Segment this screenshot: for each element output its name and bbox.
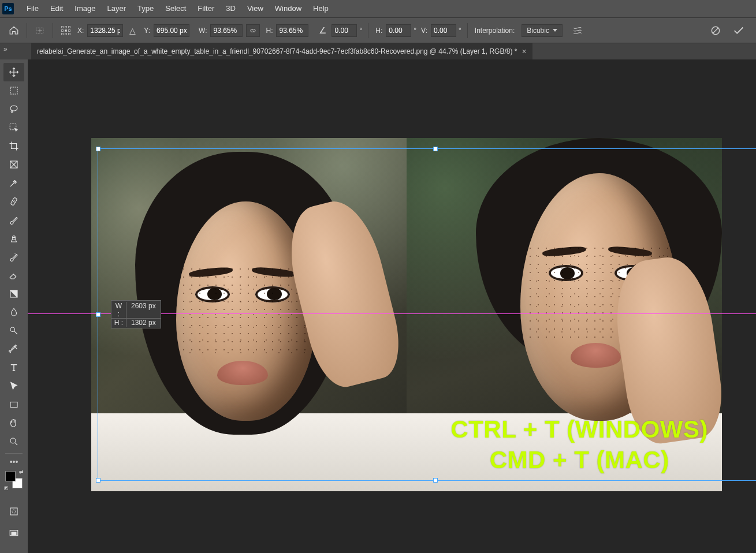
readout-w-value: 2603 px [126,302,161,318]
options-bar: X: △ Y: W: H: ∠ ° H: ° V: ° Interpolatio… [0,17,756,43]
transform-handle-mid-left[interactable] [96,312,100,317]
separator [27,23,27,38]
marquee-tool[interactable] [3,81,24,100]
document-tab-bar: relabelai_Generate_an_image_of_a_white_e… [0,43,756,59]
brush-tool[interactable] [3,211,24,229]
dodge-tool[interactable] [3,322,24,340]
eraser-tool[interactable] [3,266,24,285]
expand-panels-icon[interactable]: » [3,45,8,53]
y-label: Y: [144,27,150,35]
document-tab-title: relabelai_Generate_an_image_of_a_white_e… [37,47,517,55]
width-input[interactable] [210,24,243,37]
quick-mask-icon[interactable] [3,502,24,521]
quick-selection-tool[interactable] [3,118,24,137]
skew-v-label: V: [421,27,427,35]
menu-edit[interactable]: Edit [44,0,69,17]
commit-transform-icon[interactable] [731,23,747,39]
menu-select[interactable]: Select [159,0,192,17]
link-icon[interactable] [246,24,260,37]
frame-tool[interactable] [3,155,24,174]
type-tool[interactable] [3,358,24,377]
svg-rect-3 [10,87,17,94]
menu-3d[interactable]: 3D [220,0,241,17]
home-icon[interactable] [6,23,22,39]
clone-stamp-tool[interactable] [3,229,24,248]
menu-view[interactable]: View [241,0,269,17]
transform-handle-top-mid[interactable] [433,147,438,151]
cancel-transform-icon[interactable] [707,23,724,39]
menu-help[interactable]: Help [307,0,334,17]
readout-h-label: H : [111,319,126,327]
svg-point-15 [12,510,16,513]
blur-tool[interactable] [3,303,24,322]
svg-rect-12 [10,402,17,408]
interpolation-label: Interpolation: [475,27,515,35]
swap-colors-icon[interactable]: ⇄ [19,469,24,474]
svg-point-4 [10,106,17,111]
canvas-area[interactable]: CTRL + T (WINDOWS) CMD + T (MAC) W :2603… [28,59,756,553]
skew-v-input[interactable] [431,24,456,37]
readout-w-label: W : [111,302,126,318]
zoom-tool[interactable] [3,432,24,451]
edit-toolbar-icon[interactable]: ••• [3,456,24,468]
separator [467,23,468,38]
eyedropper-tool[interactable] [3,174,24,192]
history-brush-tool[interactable] [3,248,24,266]
separator [368,23,368,38]
w-label: W: [199,27,207,35]
svg-point-13 [10,438,16,443]
menu-file[interactable]: File [21,0,44,17]
healing-brush-tool[interactable] [3,192,24,211]
skew-h-input[interactable] [386,24,411,37]
move-tool[interactable] [3,63,24,81]
hand-tool[interactable] [3,414,24,432]
screen-mode-icon[interactable] [3,524,24,543]
skew-h-label: H: [375,27,382,35]
rotate-input[interactable] [332,24,357,37]
warp-icon[interactable] [569,23,586,39]
menubar: Ps File Edit Image Layer Type Select Fil… [0,0,756,17]
close-icon[interactable]: × [522,47,526,56]
menu-window[interactable]: Window [269,0,307,17]
tool-panel: ••• ⇄ ◩ [0,59,28,553]
separator [53,23,53,38]
svg-rect-17 [12,532,17,536]
app-icon: Ps [2,3,14,14]
transform-handle-bottom-mid[interactable] [433,478,438,483]
transform-readout: W :2603 px H :1302 px [111,300,161,328]
foreground-color-swatch[interactable] [5,471,16,481]
pen-tool[interactable] [3,340,24,358]
svg-rect-14 [10,508,17,515]
interpolation-select[interactable]: Bicubic [522,24,563,37]
transform-tool-icon[interactable] [32,23,48,39]
path-selection-tool[interactable] [3,377,24,395]
x-label: X: [77,27,84,35]
h-label: H: [266,27,273,35]
lasso-tool[interactable] [3,100,24,118]
height-input[interactable] [276,24,308,37]
menu-type[interactable]: Type [132,0,159,17]
transform-handle-bottom-left[interactable] [96,478,100,483]
y-input[interactable] [154,24,189,37]
color-swatches[interactable]: ⇄ ◩ [5,471,23,488]
document-tab[interactable]: relabelai_Generate_an_image_of_a_white_e… [31,43,532,59]
menu-image[interactable]: Image [69,0,101,17]
crop-tool[interactable] [3,137,24,155]
menu-layer[interactable]: Layer [102,0,132,17]
transform-bounding-box[interactable] [98,148,756,481]
rectangle-tool[interactable] [3,395,24,414]
rotate-icon: ∠ [314,23,330,39]
reference-point-icon[interactable] [58,23,74,39]
transform-handle-top-left[interactable] [96,147,100,151]
delta-icon[interactable]: △ [124,23,140,39]
divider [5,453,23,454]
svg-point-11 [10,327,15,332]
menu-filter[interactable]: Filter [192,0,220,17]
x-input[interactable] [87,24,123,37]
interpolation-value: Bicubic [527,27,549,35]
chevron-down-icon [553,29,557,32]
svg-line-2 [713,28,718,33]
default-colors-icon[interactable]: ◩ [4,485,9,491]
readout-h-value: 1302 px [126,319,161,327]
gradient-tool[interactable] [3,285,24,303]
